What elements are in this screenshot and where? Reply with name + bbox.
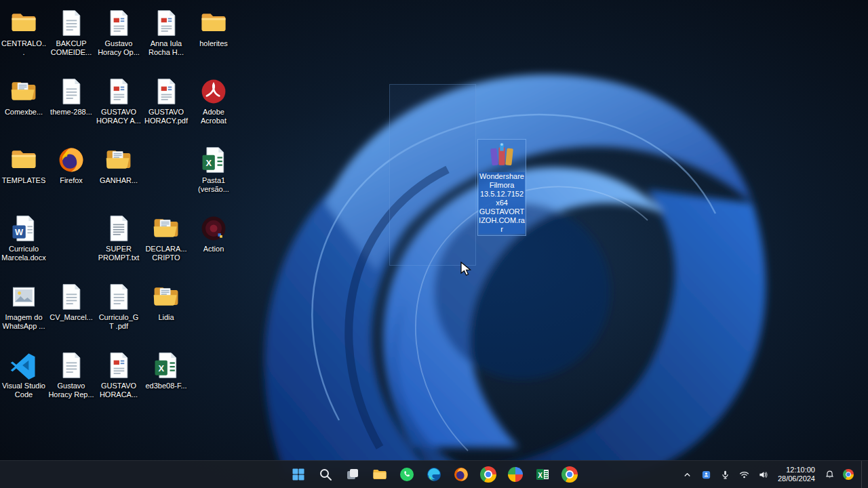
tray-network-icon[interactable]: [736, 462, 753, 487]
taskbar-file-explorer-button[interactable]: [368, 462, 392, 487]
excel-icon: X: [199, 145, 229, 175]
desktop-icon-wondershare-filmora-13-5-12-71[interactable]: Wondershare Filmora 13.5.12.7152 x64 GUS…: [478, 140, 526, 235]
desktop-icon-label: CV_Marcel...: [50, 313, 93, 322]
desktop-icon-firefox[interactable]: Firefox: [47, 144, 95, 186]
tray-icons-group: [698, 462, 772, 487]
taskbar-photos-button[interactable]: [503, 462, 528, 487]
doc-red-icon: [104, 350, 134, 380]
desktop-icon-label: Gustavo Horacy Rep...: [48, 382, 94, 399]
desktop-icon-templates[interactable]: TEMPLATES: [0, 144, 47, 186]
svg-text:X: X: [158, 363, 164, 373]
tray-clock[interactable]: 12:10:00 28/06/2024: [774, 466, 819, 483]
folder-open-icon: [151, 214, 181, 243]
doc-red-icon: [104, 77, 134, 106]
taskbar-task-view-button[interactable]: [340, 462, 365, 487]
desktop-icon-label: DECLARA... CRIPTO: [143, 245, 189, 262]
image-icon: [9, 282, 39, 312]
desktop[interactable]: CENTRALO...BAKCUP COMEIDE...Gustavo Hora…: [0, 0, 868, 488]
tray-time: 12:10:00: [778, 466, 815, 474]
desktop-icon-pasta1-vers-o[interactable]: XPasta1 (versão...: [190, 144, 237, 195]
desktop-icon-curriculo-g-t-pdf[interactable]: Curriculo_G T .pdf: [95, 281, 142, 332]
action-icon: [199, 214, 229, 243]
desktop-icon-label: Anna Iula Rocha H...: [143, 39, 189, 57]
desktop-icon-label: Curriculo_G T .pdf: [96, 313, 142, 331]
winrar-icon: [487, 141, 517, 171]
desktop-icon-label: Lidia: [158, 313, 174, 322]
desktop-icon-label: BAKCUP COMEIDE...: [48, 39, 94, 57]
desktop-icon-label: holerites: [199, 39, 228, 48]
desktop-icon-label: Visual Studio Code: [1, 382, 47, 399]
show-desktop-button[interactable]: [861, 461, 865, 488]
taskbar-search-button[interactable]: [313, 462, 338, 487]
taskbar: X 12:10:00 28/06/2024: [0, 460, 868, 488]
word-icon: W: [9, 214, 39, 243]
desktop-icon-bakcup-comeide[interactable]: BAKCUP COMEIDE...: [47, 7, 95, 58]
desktop-icon-label: Adobe Acrobat: [191, 108, 237, 125]
desktop-icon-label: Pasta1 (versão...: [191, 176, 237, 194]
folder-open-icon: [9, 77, 39, 106]
mouse-cursor: [460, 262, 473, 279]
taskbar-whatsapp-button[interactable]: [395, 462, 419, 487]
hidden-icons-chevron-button[interactable]: [679, 462, 696, 487]
desktop-icon-label: Firefox: [60, 176, 83, 185]
svg-text:X: X: [205, 158, 212, 168]
excel-icon: X: [151, 350, 181, 380]
folder-icon: [199, 8, 229, 38]
desktop-icon-declara-cripto[interactable]: DECLARA... CRIPTO: [142, 212, 190, 264]
notification-bell-button[interactable]: [821, 462, 838, 487]
doc-icon: [56, 350, 86, 380]
desktop-icon-super-prompt-txt[interactable]: SUPER PROMPT.txt: [95, 212, 142, 264]
desktop-icon-gustavo-horacy-rep[interactable]: Gustavo Horacy Rep...: [47, 349, 95, 401]
desktop-icon-gustavo-horacy-op[interactable]: Gustavo Horacy Op...: [95, 7, 142, 58]
taskbar-chrome-2-button[interactable]: [557, 462, 582, 487]
vscode-icon: [9, 350, 39, 380]
desktop-icon-gustavo-horacy-pdf[interactable]: GUSTAVO HORACY.pdf: [142, 75, 190, 127]
desktop-icon-label: GUSTAVO HORACY A...: [96, 108, 142, 125]
desktop-icon-ed3be08-f[interactable]: Xed3be08-F...: [142, 349, 190, 392]
doc-icon: [56, 8, 86, 38]
desktop-icon-visual-studio-code[interactable]: Visual Studio Code: [0, 349, 47, 401]
taskbar-excel-button[interactable]: X: [530, 462, 555, 487]
taskbar-center-group: X: [286, 462, 582, 487]
desktop-icon-label: GANHAR...: [100, 176, 138, 185]
svg-text:X: X: [538, 472, 542, 479]
desktop-icon-imagem-do-whatsapp[interactable]: Imagem do WhatsApp ...: [0, 281, 47, 332]
firefox-icon: [56, 145, 86, 175]
desktop-icon-holerites[interactable]: holerites: [190, 7, 237, 49]
desktop-icon-comexbe[interactable]: Comexbe...: [0, 75, 47, 118]
taskbar-edge-button[interactable]: [422, 462, 446, 487]
desktop-icon-cv-marcel[interactable]: CV_Marcel...: [47, 281, 95, 323]
doc-red-icon: [104, 8, 134, 38]
desktop-icon-anna-iula-rocha-h[interactable]: Anna Iula Rocha H...: [142, 7, 190, 58]
doc-icon: [104, 282, 134, 312]
tray-tray-app-icon[interactable]: [698, 462, 715, 487]
desktop-icon-adobe-acrobat[interactable]: Adobe Acrobat: [190, 75, 237, 127]
doc-icon: [56, 77, 86, 106]
desktop-icon-label: Curriculo Marcela.docx: [1, 245, 47, 262]
desktop-icon-centralo[interactable]: CENTRALO...: [0, 7, 47, 58]
svg-text:W: W: [15, 227, 24, 237]
taskbar-start-button[interactable]: [286, 462, 311, 487]
desktop-icons-layer: CENTRALO...BAKCUP COMEIDE...Gustavo Hora…: [0, 0, 868, 488]
acrobat-icon: [199, 77, 229, 106]
doc-red-icon: [151, 77, 181, 106]
tray-volume-icon[interactable]: [755, 462, 772, 487]
desktop-icon-action[interactable]: Action: [190, 212, 237, 255]
desktop-icon-theme-288[interactable]: theme-288...: [47, 75, 95, 118]
tray-date: 28/06/2024: [778, 474, 815, 483]
desktop-icon-gustavo-horaca[interactable]: GUSTAVO HORACA...: [95, 349, 142, 401]
system-tray: 12:10:00 28/06/2024: [679, 461, 865, 488]
taskbar-firefox-button[interactable]: [449, 462, 473, 487]
folder-open-icon: [104, 145, 134, 175]
desktop-icon-lidia[interactable]: Lidia: [142, 281, 190, 323]
desktop-icon-curriculo-marcela-docx[interactable]: WCurriculo Marcela.docx: [0, 212, 47, 264]
taskbar-chrome-button[interactable]: [476, 462, 500, 487]
desktop-icon-label: Action: [203, 245, 224, 253]
tray-microphone-icon[interactable]: [717, 462, 734, 487]
desktop-icon-label: GUSTAVO HORACA...: [96, 382, 142, 399]
desktop-icon-label: Gustavo Horacy Op...: [96, 39, 142, 57]
desktop-icon-ganhar[interactable]: GANHAR...: [95, 144, 142, 186]
desktop-icon-gustavo-horacy-a[interactable]: GUSTAVO HORACY A...: [95, 75, 142, 127]
desktop-icon-label: theme-288...: [50, 108, 92, 117]
tray-chrome-icon[interactable]: [840, 462, 857, 487]
